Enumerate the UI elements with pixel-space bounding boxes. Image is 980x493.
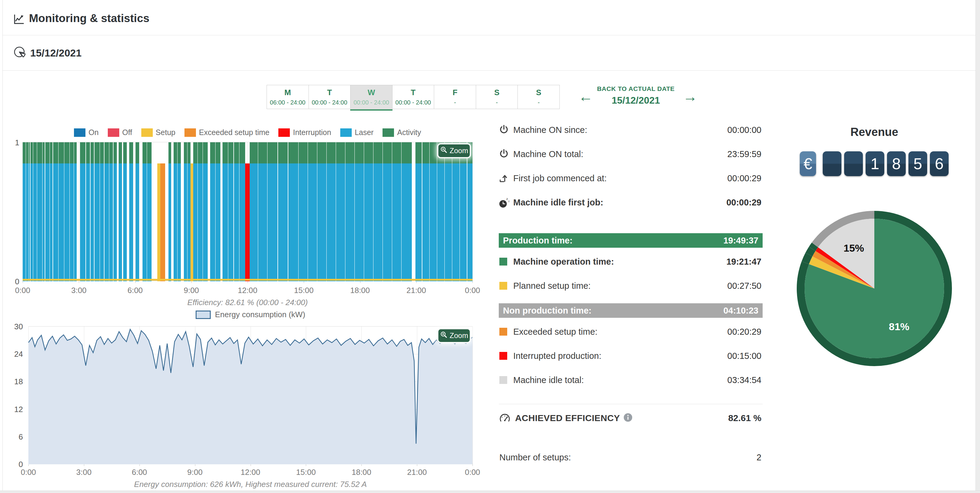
machine-on-total-value: 23:59:59 (727, 147, 761, 161)
page-title: Monitoring & statistics (29, 12, 150, 25)
timeline-activity-bar (250, 142, 258, 163)
legend-label: Off (122, 128, 132, 137)
timeline-activity-bar (308, 142, 317, 163)
timeline-laser-bar (203, 163, 208, 281)
timeline-laser-bar (299, 163, 308, 281)
timeline-activity-bar (383, 142, 392, 163)
timeline-laser-bar (374, 163, 382, 281)
timeline-laser-bar (91, 163, 94, 281)
planned-setup-time-swatch (500, 282, 507, 290)
timeline-x-tick-label: 21:00 (406, 286, 426, 295)
production-time-value: 19:49:37 (723, 233, 759, 248)
machine-on-total-row: Machine ON total:23:59:59 (499, 147, 763, 161)
revenue-counter: €1856 (800, 152, 951, 176)
timeline-laser-bar (258, 163, 267, 281)
energy-y-tick-label: 30 (4, 322, 23, 331)
legend-swatch (278, 128, 290, 137)
timeline-activity-bar (43, 142, 45, 163)
timeline-x-tick-label: 0:00 (465, 286, 480, 295)
timeline-x-tick-label: 9:00 (184, 286, 199, 295)
first-job-commenced-at-row: First job commenced at:00:00:29 (499, 171, 763, 185)
right-scroll-track[interactable] (976, 0, 980, 493)
timeline-x-tick-label: 6:00 (127, 286, 143, 295)
timeline-activity-bar (26, 142, 28, 163)
timeline-laser-bar (308, 163, 317, 281)
legend-label: Exceeded setup time (199, 128, 269, 137)
legend-swatch (141, 128, 153, 137)
day-time-range: 00:00 - 24:00 (396, 99, 431, 106)
magnifier-plus-icon (440, 146, 448, 156)
machine-operation-time-label: Machine operation time: (513, 254, 614, 269)
svg-text:z: z (508, 199, 510, 203)
day-cell-M[interactable]: M06:00 - 24:00 (267, 85, 309, 109)
pie-ring-segment (809, 249, 812, 255)
day-time-range: - (454, 99, 456, 106)
timeline-laser-bar (345, 163, 355, 281)
energy-legend-swatch (196, 311, 211, 319)
revenue-digit-tile: 5 (908, 152, 927, 176)
machine-operation-time-row: Machine operation time:19:21:47 (499, 254, 763, 269)
timeline-activity-bar (278, 142, 288, 163)
energy-x-tick-label: 3:00 (76, 467, 92, 477)
timeline-laser-bar (173, 163, 177, 281)
gauge-icon (499, 412, 511, 425)
day-letter: T (411, 88, 416, 97)
day-cell-F[interactable]: F- (434, 85, 476, 109)
timeline-laser-bar (228, 163, 233, 281)
timeline-laser-bar (45, 163, 49, 281)
timeline-laser-bar (430, 163, 437, 281)
info-icon[interactable] (624, 413, 633, 423)
timeline-laser-bar (26, 163, 28, 281)
timeline-laser-bar (184, 163, 187, 281)
timeline-laser-bar (80, 163, 86, 281)
non-production-time-value: 04:10:23 (723, 303, 759, 318)
timeline-activity-bar (113, 142, 117, 163)
pie-label: 15% (843, 242, 864, 254)
number-of-setups-row: Number of setups: 2 (499, 451, 763, 464)
timeline-legend: OnOffSetupExceeded setup timeInterruptio… (23, 128, 473, 137)
timeline-x-axis: 0:003:006:009:0012:0015:0018:0021:000:00 (23, 286, 473, 295)
timeline-zoom-button[interactable]: Zoom (438, 144, 470, 157)
interrupted-production-value: 00:15:00 (727, 349, 761, 363)
machine-idle-first-job-value: 00:00:29 (726, 195, 761, 210)
day-cell-T[interactable]: T00:00 - 24:00 (393, 85, 434, 109)
timeline-y-max: 1 (4, 138, 19, 147)
revenue-empty-tile (823, 152, 842, 176)
day-cell-T[interactable]: T00:00 - 24:00 (309, 85, 351, 109)
timeline-activity-bar (210, 142, 215, 163)
revenue-digit-tile: 6 (930, 152, 948, 176)
idle-clock-icon: zz (499, 197, 510, 210)
timeline-laser-bar (94, 163, 100, 281)
efficiency-caption: Efficiency: 82.61 % (00:00 - 24:00) (23, 298, 473, 307)
bottom-strip (0, 491, 980, 493)
exceeded-setup-time-row: Exceeded setup time:00:20:29 (499, 324, 763, 339)
interrupted-production-label: Interrupted production: (513, 349, 601, 363)
timeline-activity-bar (29, 142, 30, 163)
timeline-activity-bar (223, 142, 228, 163)
revenue-digit-tile: 8 (887, 152, 906, 176)
timeline-laser-bar (123, 163, 127, 281)
timeline-setup-bar (157, 163, 160, 281)
production-time-banner: Production time:19:49:37 (499, 233, 763, 248)
timeline-laser-bar (43, 163, 45, 281)
timeline-activity-bar (135, 142, 139, 163)
energy-zoom-button[interactable]: Zoom (438, 329, 470, 342)
timeline-laser-bar (70, 163, 73, 281)
legend-swatch (340, 128, 352, 137)
day-cell-W[interactable]: W00:00 - 24:00 (350, 85, 393, 109)
non-production-time-banner: Non production time:04:10:23 (499, 303, 763, 318)
day-time-range: - (496, 99, 498, 106)
revenue-title: Revenue (800, 126, 948, 139)
timeline-x-tick-label: 15:00 (294, 286, 314, 295)
machine-operation-time-swatch (500, 258, 507, 265)
timeline-activity-bar (33, 142, 37, 163)
timeline-tick (473, 281, 473, 283)
timeline-activity-bar (143, 142, 147, 163)
timeline-laser-bar (216, 163, 220, 281)
timeline-laser-bar (147, 163, 151, 281)
timeline-tick (79, 281, 79, 283)
energy-y-tick-label: 18 (4, 377, 23, 386)
energy-tick (473, 464, 473, 466)
timeline-activity-bar (30, 142, 33, 163)
timeline-activity-bar (422, 142, 430, 163)
